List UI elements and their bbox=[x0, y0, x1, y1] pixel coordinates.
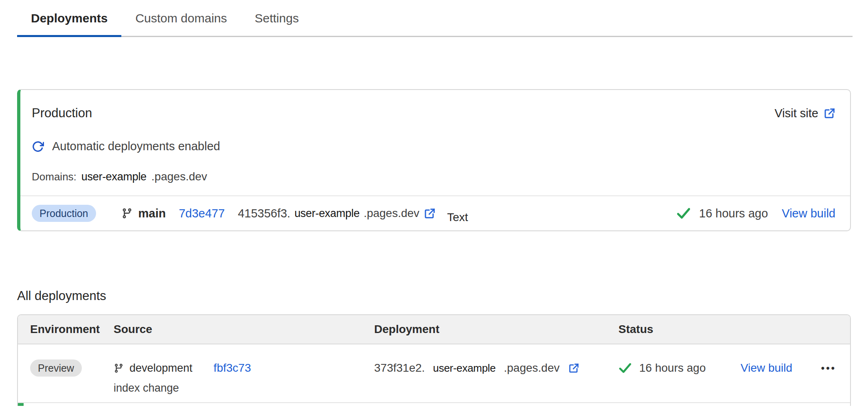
auto-deploy-text: Automatic deployments enabled bbox=[52, 140, 220, 153]
deployments-table: Environment Source Deployment Status Pre… bbox=[17, 314, 851, 406]
more-options-button[interactable]: ••• bbox=[821, 359, 836, 377]
column-header-deployment: Deployment bbox=[374, 323, 618, 336]
production-deployment-row: Production main 7d3e477 415356f3. user-e… bbox=[20, 195, 850, 230]
deployment-domain-name: user-example bbox=[433, 362, 496, 375]
source-cell: development fbf3c73 index change bbox=[114, 359, 374, 394]
production-domain-suffix: .pages.dev bbox=[151, 170, 207, 183]
production-title: Production bbox=[32, 105, 92, 121]
git-branch-icon bbox=[114, 363, 124, 374]
visit-site-label: Visit site bbox=[775, 107, 818, 120]
deployment-domain-suffix: .pages.dev bbox=[504, 362, 560, 375]
deployment-domain-suffix: .pages.dev bbox=[364, 207, 419, 220]
column-header-environment: Environment bbox=[30, 323, 114, 336]
table-header-row: Environment Source Deployment Status bbox=[18, 315, 850, 344]
deployment-id: 415356f3. bbox=[238, 207, 290, 220]
deployment-time: 16 hours ago bbox=[639, 362, 706, 375]
commit-message: index change bbox=[114, 382, 374, 394]
column-header-source: Source bbox=[114, 323, 374, 336]
visit-site-link[interactable]: Visit site bbox=[775, 107, 835, 120]
more-options-cell: ••• bbox=[821, 359, 836, 377]
branch-name: main bbox=[138, 207, 166, 220]
pages-project-view: Deployments Custom domains Settings Prod… bbox=[0, 0, 868, 406]
domains-label: Domains: bbox=[32, 171, 77, 183]
git-branch-icon bbox=[121, 207, 133, 219]
all-deployments-title: All deployments bbox=[17, 288, 851, 304]
commit-link[interactable]: 7d3e477 bbox=[179, 207, 225, 220]
deployment-id: 373f31e2. bbox=[374, 362, 425, 375]
production-domain-name: user-example bbox=[81, 171, 147, 183]
deployment-url-link[interactable]: 415356f3. user-example .pages.dev bbox=[238, 207, 436, 220]
next-row-partial bbox=[18, 402, 850, 406]
column-header-status: Status bbox=[618, 323, 741, 336]
deployment-url-link[interactable]: 373f31e2. user-example .pages.dev bbox=[374, 362, 579, 375]
environment-badge: Production bbox=[32, 205, 96, 222]
commit-link[interactable]: fbf3c73 bbox=[214, 362, 251, 375]
deployment-cell: 373f31e2. user-example .pages.dev bbox=[374, 359, 618, 377]
view-build-link[interactable]: View build bbox=[741, 362, 792, 375]
production-card-info: Production Visit site bbox=[20, 90, 850, 195]
actions-cell: View build bbox=[741, 359, 814, 377]
environment-badge: Preview bbox=[30, 359, 82, 377]
tab-custom-domains[interactable]: Custom domains bbox=[121, 11, 241, 37]
deployment-time: 16 hours ago bbox=[699, 207, 768, 220]
tab-settings[interactable]: Settings bbox=[241, 11, 312, 37]
external-link-icon bbox=[823, 107, 835, 119]
production-card: Production Visit site bbox=[17, 89, 851, 231]
status-cell: 16 hours ago bbox=[618, 359, 741, 377]
next-row-green-border bbox=[18, 403, 24, 406]
success-check-icon bbox=[618, 362, 632, 374]
success-check-icon bbox=[676, 207, 691, 219]
branch-name: development bbox=[129, 362, 193, 375]
tab-deployments[interactable]: Deployments bbox=[17, 11, 121, 37]
table-row: Preview development fbf3c73 index change… bbox=[18, 344, 850, 402]
text-label: Text bbox=[447, 211, 468, 224]
external-link-icon bbox=[568, 362, 579, 374]
deployment-domain-name: user-example bbox=[294, 207, 359, 220]
environment-cell: Preview bbox=[30, 359, 114, 377]
tab-bar: Deployments Custom domains Settings bbox=[17, 0, 853, 37]
refresh-icon bbox=[32, 140, 44, 153]
view-build-link[interactable]: View build bbox=[782, 207, 835, 220]
external-link-icon bbox=[423, 207, 436, 219]
